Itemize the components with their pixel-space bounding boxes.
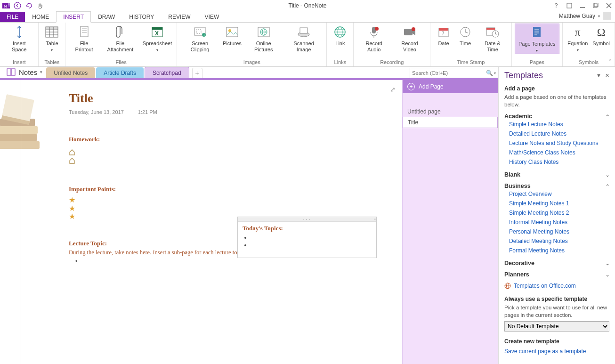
maximize-button[interactable] <box>592 2 599 9</box>
tab-view[interactable]: VIEW <box>198 11 227 22</box>
pictures-button[interactable]: Pictures <box>221 24 243 48</box>
page-list-item[interactable]: Title <box>403 117 498 128</box>
fullscreen-button[interactable] <box>566 2 573 9</box>
template-link[interactable]: Lecture Notes and Study Questions <box>504 138 609 148</box>
template-category[interactable]: Decorative⌄ <box>504 260 609 267</box>
template-category[interactable]: Blank⌄ <box>504 171 609 178</box>
page-title[interactable]: Title <box>69 91 393 105</box>
template-link[interactable]: Personal Meeting Notes <box>504 227 609 236</box>
touch-mode-button[interactable] <box>36 1 44 10</box>
always-use-heading: Always use a specific template <box>504 296 609 302</box>
section-tab-scratchpad[interactable]: Scratchpad <box>145 67 189 78</box>
page-list-item[interactable]: Untitled page <box>403 106 498 117</box>
svg-rect-2 <box>8 5 10 7</box>
template-link[interactable]: Detailed Meeting Notes <box>504 236 609 246</box>
template-category[interactable]: Planners⌄ <box>504 271 609 278</box>
scanned-image-button[interactable]: Scanned Image <box>284 24 324 53</box>
equation-button[interactable]: πEquation▾ <box>566 24 590 53</box>
spreadsheet-button[interactable]: XSpreadsheet▾ <box>141 24 174 53</box>
template-link[interactable]: Simple Meeting Notes 1 <box>504 199 609 208</box>
template-link[interactable]: Formal Meeting Notes <box>504 246 609 255</box>
date-button[interactable]: 7Date <box>433 24 454 48</box>
default-template-select[interactable]: No Default Template <box>504 321 609 332</box>
scanner-icon <box>296 24 311 40</box>
time-button[interactable]: Time <box>455 24 476 48</box>
pages-panel: + Add Page Untitled page Title <box>402 80 498 364</box>
topics-heading[interactable]: Today's Topics: <box>243 225 372 232</box>
minimize-button[interactable] <box>579 2 586 9</box>
back-button[interactable] <box>13 1 22 10</box>
house-tag-icon[interactable] <box>69 157 75 164</box>
mic-icon <box>366 24 381 40</box>
template-link[interactable]: Detailed Lecture Notes <box>504 129 609 138</box>
close-button[interactable] <box>606 2 612 9</box>
undo-button[interactable] <box>24 1 33 10</box>
file-attachment-button[interactable]: File Attachment <box>101 24 140 53</box>
tab-home[interactable]: HOME <box>25 11 56 22</box>
topics-container[interactable]: ↔ Today's Topics: <box>237 217 377 258</box>
resize-handle[interactable]: ↔ <box>373 217 377 221</box>
search-icon[interactable]: 🔍 <box>486 70 493 76</box>
tab-history[interactable]: HISTORY <box>122 11 161 22</box>
bullet-item[interactable]: • <box>75 258 393 265</box>
collapse-ribbon-button[interactable]: ⌃ <box>608 58 612 65</box>
search-input[interactable] <box>412 70 486 76</box>
tab-draw[interactable]: DRAW <box>91 11 122 22</box>
template-link[interactable]: History Class Notes <box>504 157 609 167</box>
chevron-down-icon: ▾ <box>536 49 538 53</box>
search-box[interactable]: 🔍▾ <box>410 68 498 78</box>
close-pane-button[interactable]: ✕ <box>605 73 609 79</box>
file-printout-button[interactable]: File Printout <box>68 24 99 53</box>
section-tab-drafts[interactable]: Article Drafts <box>96 67 144 78</box>
add-page-button[interactable]: + Add Page <box>403 80 498 93</box>
page-date[interactable]: Tuesday, June 13, 2017 <box>69 109 124 115</box>
section-tab-unfiled[interactable]: Unfiled Notes <box>46 67 95 78</box>
record-audio-button[interactable]: Record Audio <box>356 24 391 53</box>
template-link[interactable]: Simple Meeting Notes 2 <box>504 208 609 218</box>
office-templates-link[interactable]: Templates on Office.com <box>504 283 609 289</box>
svg-rect-18 <box>46 27 58 29</box>
template-category[interactable]: Academic⌃ <box>504 113 609 120</box>
pane-menu-button[interactable]: ▼ <box>596 73 601 79</box>
chevron-down-icon[interactable]: ▾ <box>494 71 496 75</box>
template-link[interactable]: Simple Lecture Notes <box>504 120 609 129</box>
page-templates-button[interactable]: Page Templates ▾ <box>515 24 559 54</box>
template-category[interactable]: Business⌃ <box>504 183 609 189</box>
user-menu[interactable]: Matthew Guay ▾ <box>555 10 615 22</box>
tab-review[interactable]: REVIEW <box>161 11 197 22</box>
container-drag-handle[interactable]: ↔ <box>238 217 376 222</box>
datetime-button[interactable]: Date & Time <box>477 24 509 53</box>
svg-rect-46 <box>404 29 413 35</box>
svg-point-47 <box>412 27 415 31</box>
datetime-icon <box>485 24 500 40</box>
online-pictures-button[interactable]: Online Pictures <box>244 24 283 53</box>
symbol-button[interactable]: ΩSymbol <box>591 24 612 48</box>
page-canvas[interactable]: ⤢ Title Tuesday, June 13, 2017 1:21 PM H… <box>0 80 402 364</box>
template-link[interactable]: Math/Science Class Notes <box>504 148 609 157</box>
homework-heading[interactable]: Homework: <box>69 136 393 143</box>
notebook-selector[interactable]: Notes ▾ <box>3 66 46 78</box>
title-bar: N Title - OneNote ? <box>0 0 615 11</box>
record-video-button[interactable]: Record Video <box>392 24 427 53</box>
bullet-item[interactable] <box>251 242 372 249</box>
tab-insert[interactable]: INSERT <box>56 11 91 23</box>
save-template-link[interactable]: Save current page as a template <box>504 347 609 356</box>
important-heading[interactable]: Important Points: <box>69 186 393 193</box>
svg-rect-19 <box>81 26 88 37</box>
add-section-button[interactable]: + <box>192 68 202 78</box>
bullet-item[interactable] <box>251 234 372 242</box>
table-button[interactable]: Table▾ <box>41 24 62 53</box>
screen-clipping-button[interactable]: +Screen Clipping <box>180 24 220 53</box>
template-link[interactable]: Project Overview <box>504 189 609 199</box>
file-tab[interactable]: FILE <box>0 12 25 22</box>
help-button[interactable]: ? <box>553 2 559 9</box>
link-button[interactable]: Link <box>330 24 350 48</box>
template-link[interactable]: Informal Meeting Notes <box>504 218 609 227</box>
page-time[interactable]: 1:21 PM <box>138 109 157 115</box>
svg-rect-65 <box>11 69 15 75</box>
star-tag-icon[interactable]: ★ <box>69 196 393 204</box>
svg-rect-55 <box>486 28 495 30</box>
star-tag-icon[interactable]: ★ <box>69 204 393 213</box>
house-tag-icon[interactable] <box>69 149 75 155</box>
insert-space-button[interactable]: Insert Space <box>3 24 35 53</box>
